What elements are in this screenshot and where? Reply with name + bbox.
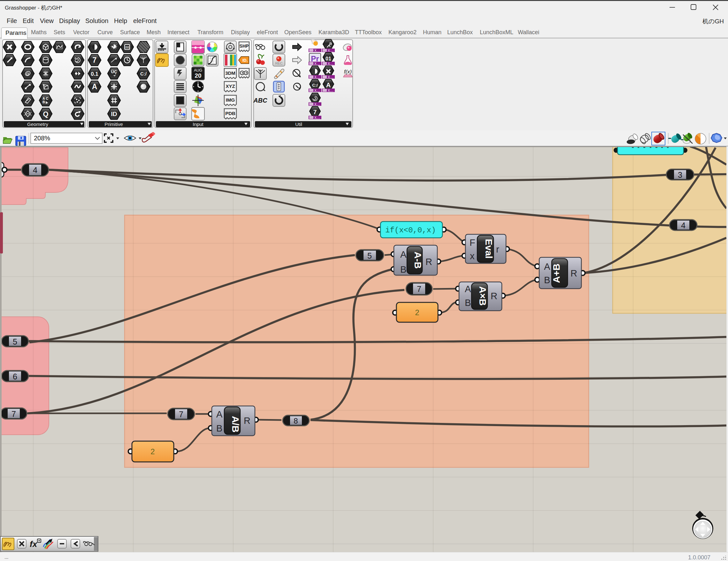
svg-text:A: A — [544, 261, 550, 272]
svg-text:XYZ: XYZ — [226, 83, 235, 89]
svg-text:SHP: SHP — [240, 43, 249, 49]
svg-text:R: R — [571, 268, 577, 278]
svg-text:B: B — [544, 275, 550, 285]
svg-text:fx: fx — [30, 539, 38, 549]
svg-text:B: B — [400, 264, 406, 274]
svg-text:B: B — [465, 298, 471, 308]
svg-text:A: A — [400, 249, 407, 259]
svg-text:A: A — [465, 284, 471, 294]
svg-text:R: R — [425, 257, 432, 267]
svg-text:f(x): f(x) — [344, 69, 352, 75]
svg-text:B: B — [42, 100, 45, 104]
svg-text:x: x — [470, 251, 475, 261]
svg-text:A: A — [92, 82, 97, 91]
svg-text:7: 7 — [417, 285, 421, 294]
svg-text:F: F — [470, 237, 475, 248]
svg-text:01: 01 — [326, 56, 331, 61]
svg-text:2: 2 — [150, 447, 155, 456]
svg-text:Eval: Eval — [484, 239, 494, 258]
svg-text:A-B: A-B — [413, 251, 423, 268]
svg-text:PDB: PDB — [225, 111, 235, 116]
svg-text:3: 3 — [678, 170, 682, 179]
svg-text:C:/: C:/ — [312, 83, 318, 88]
svg-text:Input: Input — [193, 121, 203, 127]
svg-text:A×B: A×B — [478, 287, 488, 306]
svg-text:if(x<0,0,x): if(x<0,0,x) — [385, 226, 436, 234]
svg-text:IMG: IMG — [226, 97, 235, 103]
svg-text:AUG: AUG — [194, 68, 202, 73]
svg-text:ABC: ABC — [253, 97, 267, 104]
svg-text:4: 4 — [681, 221, 686, 230]
svg-text:REC: REC — [275, 61, 282, 65]
svg-text:r: r — [496, 244, 499, 254]
svg-text:ÜÇ: ÜÇ — [111, 69, 117, 74]
svg-text:A: A — [216, 409, 223, 419]
svg-text:A+B: A+B — [551, 264, 562, 283]
svg-text:Q: Q — [43, 110, 48, 118]
svg-text:7: 7 — [93, 56, 97, 64]
svg-text:B: B — [216, 423, 222, 434]
svg-text:7: 7 — [11, 410, 16, 419]
svg-text:3DM: 3DM — [225, 70, 235, 76]
svg-text:ID.: ID. — [242, 58, 248, 63]
svg-text:Util: Util — [295, 121, 302, 127]
svg-text:C:/: C:/ — [140, 71, 147, 76]
svg-text:20: 20 — [195, 72, 201, 79]
svg-text:5: 5 — [13, 337, 17, 346]
svg-text:Geometry: Geometry — [27, 121, 48, 127]
svg-text:6: 6 — [13, 372, 17, 381]
svg-text:R: R — [244, 416, 250, 426]
svg-text:7: 7 — [179, 410, 183, 419]
svg-text:4: 4 — [33, 165, 37, 175]
svg-text:8: 8 — [294, 417, 298, 425]
svg-text:A: A — [326, 81, 331, 88]
svg-text:R: R — [491, 291, 497, 301]
svg-text:208%: 208% — [34, 134, 50, 142]
svg-text:5: 5 — [367, 251, 372, 260]
svg-text:2: 2 — [415, 308, 419, 317]
svg-text:ID: ID — [111, 111, 117, 117]
svg-text:7: 7 — [313, 109, 317, 115]
svg-text:Primitive: Primitive — [104, 121, 123, 127]
svg-text:A/B: A/B — [230, 416, 241, 433]
svg-text:88: 88 — [125, 45, 129, 49]
svg-text:0.1: 0.1 — [91, 71, 98, 77]
